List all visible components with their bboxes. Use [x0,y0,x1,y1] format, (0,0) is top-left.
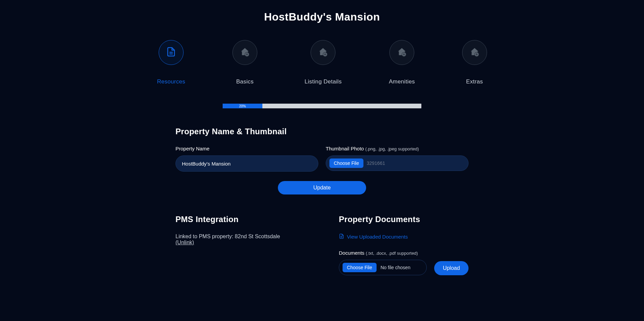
view-documents-link[interactable]: View Uploaded Documents [339,234,469,240]
step-basics[interactable]: Basics [232,40,257,85]
documents-heading: Property Documents [339,215,469,224]
thumbnail-col: Thumbnail Photo (.png, .jpg, .jpeg suppo… [326,146,469,172]
two-col-section: PMS Integration Linked to PMS property: … [175,215,469,275]
upload-button[interactable]: Upload [434,261,469,275]
content-container: Property Name & Thumbnail Property Name … [175,127,469,275]
thumbnail-label-text: Thumbnail Photo [326,146,364,151]
pms-unlink-link[interactable]: (Unlink) [175,240,194,245]
house-plus-icon [318,47,328,58]
step-listing-details[interactable]: Listing Details [304,40,342,85]
thumbnail-file-name: 3291661 [367,160,385,166]
documents-file-col: Choose File No file chosen [339,260,427,275]
documents-no-file-text: No file chosen [381,265,411,270]
house-plus-icon [397,47,407,58]
step-label-resources: Resources [157,78,185,85]
step-label-extras: Extras [466,78,483,85]
property-form-row: Property Name Thumbnail Photo (.png, .jp… [175,146,469,172]
house-plus-icon [240,47,250,58]
thumbnail-file-input[interactable]: Choose File 3291661 [326,155,469,171]
property-name-col: Property Name [175,146,318,172]
documents-file-input[interactable]: Choose File No file chosen [339,260,427,275]
pms-linked-property: 82nd St Scottsdale [235,234,280,239]
property-name-label: Property Name [175,146,318,151]
step-circle-basics [232,40,257,65]
step-circle-listing [311,40,335,65]
page-title: HostBuddy's Mansion [0,11,644,23]
pms-linked-prefix: Linked to PMS property: [175,234,235,239]
document-icon [166,47,176,58]
step-label-basics: Basics [236,78,254,85]
progress-wrapper: 20% [223,104,421,108]
thumbnail-hint: (.png, .jpg, .jpeg supported) [365,146,419,151]
step-circle-resources [159,40,184,65]
thumbnail-label: Thumbnail Photo (.png, .jpg, .jpeg suppo… [326,146,469,151]
pms-linked-text: Linked to PMS property: 82nd St Scottsda… [175,234,305,240]
step-circle-extras [462,40,487,65]
property-name-input[interactable] [175,155,318,172]
pms-unlink-row: (Unlink) [175,240,305,246]
document-icon [339,234,344,240]
step-extras[interactable]: Extras [462,40,487,85]
thumbnail-choose-file-button[interactable]: Choose File [329,158,363,168]
house-plus-icon [470,47,480,58]
section-heading-property: Property Name & Thumbnail [175,127,469,136]
pms-heading: PMS Integration [175,215,305,224]
progress-fill: 20% [223,104,262,108]
step-circle-amenities [389,40,414,65]
steps-nav: Resources Basics [0,40,644,85]
step-resources[interactable]: Resources [157,40,185,85]
view-documents-text: View Uploaded Documents [347,234,408,240]
step-label-listing: Listing Details [304,78,342,85]
progress-bar: 20% [223,104,421,108]
step-amenities[interactable]: Amenities [389,40,415,85]
documents-col: Property Documents View Uploaded Documen… [339,215,469,275]
documents-label-text: Documents [339,250,364,256]
documents-label-row: Documents (.txt, .docx, .pdf supported) [339,250,469,256]
pms-col: PMS Integration Linked to PMS property: … [175,215,305,275]
documents-upload-row: Choose File No file chosen Upload [339,260,469,275]
documents-choose-file-button[interactable]: Choose File [343,263,377,272]
documents-label: Documents (.txt, .docx, .pdf supported) [339,250,469,256]
update-button[interactable]: Update [278,181,366,194]
documents-hint: (.txt, .docx, .pdf supported) [366,251,418,256]
step-label-amenities: Amenities [389,78,415,85]
